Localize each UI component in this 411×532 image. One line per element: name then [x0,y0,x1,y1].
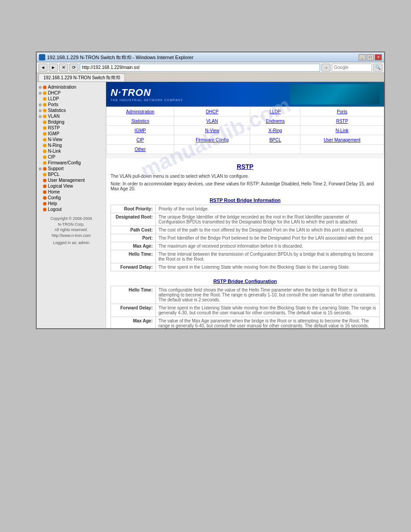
row-label: Port: [111,234,156,242]
url-text: http://www.n-tron.com [38,233,105,239]
sidebar-label: VLAN [48,114,60,119]
forward-button[interactable]: ► [49,64,58,72]
sidebar-item-help[interactable]: Help [38,201,105,206]
row-label: Hello Time: [111,286,156,304]
sidebar-item-dhcp[interactable]: ⊕ DHCP [38,90,105,96]
browser-toolbar: ◄ ► ✕ ⟳ → 🔍 [37,62,384,73]
sidebar-item-nview[interactable]: N-View [38,137,105,142]
sidebar-item-statistics[interactable]: ⊕ Statistics [38,107,105,113]
row-value: The maximum age of received protocol inf… [156,242,380,250]
bullet-icon [43,155,47,159]
back-button[interactable]: ◄ [39,64,47,72]
bullet-icon [43,202,47,206]
address-bar[interactable] [80,64,320,72]
nav-link-nlink[interactable]: N-Link [336,128,349,133]
table-row: Max Age: The maximum age of received pro… [111,242,380,250]
expand-icon: ⊕ [39,91,42,95]
bullet-icon [43,179,47,182]
bullet-icon [43,86,47,89]
row-label: Path Cost: [111,226,156,234]
sidebar-item-home[interactable]: Home [38,189,105,195]
row-value: The cost of the path to the root offered… [156,226,380,234]
root-bridge-title: RSTP Root Bridge Information [111,196,380,205]
nav-link-lldp[interactable]: LLDP [270,109,281,114]
nav-link-igmp[interactable]: IGMP [134,128,146,133]
sidebar-item-administration[interactable]: ⊕ Administration [38,84,105,90]
sidebar-label: DHCP [48,90,60,95]
sidebar-label: BPCL [48,172,60,177]
sidebar-label: Logical View [48,184,73,189]
refresh-button[interactable]: ⟳ [69,64,78,72]
sidebar-item-cip[interactable]: CIP [38,154,105,160]
browser-tab[interactable]: 192.168.1.229 N-TRON Switch fb:f8:f0 [39,73,125,82]
row-label: Max Age: [111,317,156,329]
row-label: Hello Time: [111,250,156,263]
sidebar-label: N-View [48,137,62,142]
sidebar-item-nlink[interactable]: N-Link [38,148,105,154]
sidebar-item-usermgmt[interactable]: User Management [38,177,105,183]
nav-link-ports[interactable]: Ports [337,109,347,114]
sidebar-item-bridging[interactable]: Bridging [38,119,105,125]
nav-link-vlan[interactable]: VLAN [206,119,218,124]
bullet-icon [43,138,47,142]
nav-link-dhcp[interactable]: DHCP [206,109,218,114]
sidebar-label: Bridging [48,120,64,124]
table-row: Forward Delay: The time spent in the Lis… [111,304,380,317]
sidebar-label: Ports [48,102,58,107]
nav-link-xring[interactable]: X-Ring [268,128,282,133]
go-button[interactable]: → [321,64,330,72]
sidebar-label: Logout [48,207,62,212]
maximize-button[interactable]: □ [367,54,374,60]
sidebar-item-igmp[interactable]: IGMP [38,131,105,137]
nav-link-usermgmt[interactable]: User Management [324,137,360,142]
row-value: The time spent in the Listening State wh… [156,304,380,317]
intro-text: The VLAN pull-down menu is used to selec… [111,174,380,179]
row-value: Priority of the root bridge. [156,205,380,213]
nav-link-rstp[interactable]: RSTP [336,119,348,124]
sidebar-label: Help [48,201,57,206]
row-value: The unique Bridge Identifier of the brid… [156,213,380,226]
nav-link-endnems[interactable]: Endnems [266,119,285,124]
sidebar-item-nring[interactable]: N-Ring [38,142,105,148]
site-header: N·TRON THE INDUSTRIAL NETWORK COMPANY [106,82,384,107]
search-button[interactable]: 🔍 [373,64,382,72]
tab-label: 192.168.1.229 N-TRON Switch fb:f8:f0 [43,75,120,80]
nav-link-bpcl[interactable]: BPCL [270,137,281,142]
nav-link-other[interactable]: Other [135,147,146,152]
expand-icon: ⊕ [39,114,42,119]
browser-titlebar: 192.168.1.229 N-TRON Switch fb:f8:f0 - W… [37,52,384,62]
nav-link-cip[interactable]: CIP [137,137,144,142]
sidebar-label: N-Link [48,149,61,154]
browser-content: ⊕ Administration ⊕ DHCP LLDP ⊕ Ports ⊕ [37,82,384,328]
bullet-icon [43,97,47,101]
sidebar-item-bpcl[interactable]: BPCL [38,172,105,177]
sidebar-item-vlan[interactable]: ⊕ VLAN [38,113,105,119]
minimize-button[interactable]: _ [359,54,366,60]
row-value: The time spent in the Listening State wh… [156,263,380,271]
logo-tagline: THE INDUSTRIAL NETWORK COMPANY [111,99,183,102]
stop-button[interactable]: ✕ [59,64,68,72]
expand-icon: ⊕ [39,167,42,171]
nav-link-nview[interactable]: N-View [205,128,219,133]
sidebar-item-lldp[interactable]: LLDP [38,96,105,102]
row-value: This configurable field shows the value … [156,286,380,304]
sidebar-item-logout[interactable]: Logout [38,206,105,212]
row-label: Forward Delay: [111,263,156,271]
expand-icon: ⊕ [39,85,42,90]
sidebar-item-rstp[interactable]: RSTP [38,125,105,131]
row-label: Root Priority: [111,205,156,213]
table-row: Designated Root: The unique Bridge Ident… [111,213,380,226]
nav-link-administration[interactable]: Administration [126,109,154,114]
row-label: Forward Delay: [111,304,156,317]
sidebar-item-firmware[interactable]: Firmware/Config [38,160,105,166]
search-bar[interactable] [332,64,372,72]
sidebar-item-support[interactable]: ⊕ Support [38,166,105,172]
logo-area: N·TRON THE INDUSTRIAL NETWORK COMPANY [111,87,183,102]
sidebar-label: User Management [48,178,85,183]
close-button[interactable]: ✕ [375,54,382,60]
nav-link-firmware[interactable]: Firmware Config [196,137,228,142]
nav-link-statistics[interactable]: Statistics [131,119,149,124]
sidebar-item-config[interactable]: Config [38,195,105,201]
sidebar-item-ports[interactable]: ⊕ Ports [38,102,105,107]
sidebar-item-logicalview[interactable]: Logical View [38,183,105,189]
